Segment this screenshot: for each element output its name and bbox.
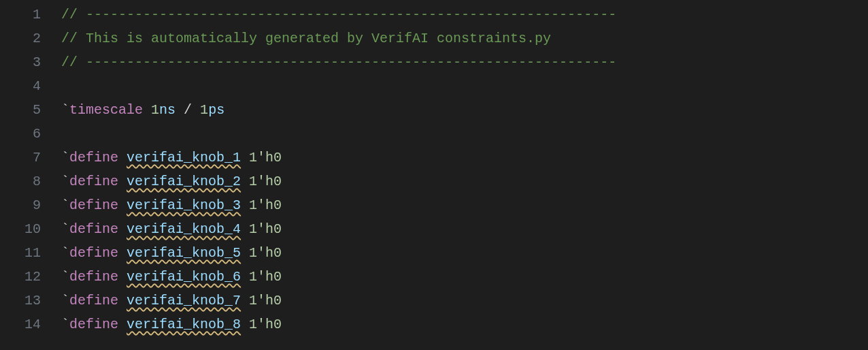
code-token: define	[69, 150, 118, 165]
code-token	[118, 150, 127, 165]
code-token: 1	[151, 102, 159, 118]
code-token: `	[61, 197, 69, 213]
code-line[interactable]: 2// This is automatically generated by V…	[0, 27, 868, 50]
code-content[interactable]: `define verifai_knob_6 1'h0	[61, 265, 868, 289]
code-token: verifai_knob_4	[127, 221, 241, 237]
code-token	[241, 269, 249, 285]
code-content[interactable]: `define verifai_knob_5 1'h0	[61, 241, 868, 265]
code-line[interactable]: 13`define verifai_knob_7 1'h0	[0, 289, 868, 313]
code-token: verifai_knob_2	[127, 174, 241, 189]
code-token: `	[61, 221, 69, 237]
code-content[interactable]: `define verifai_knob_2 1'h0	[61, 170, 868, 193]
code-content[interactable]: `timescale 1ns / 1ps	[61, 98, 868, 122]
code-content[interactable]: // -------------------------------------…	[61, 3, 868, 27]
code-token: `	[61, 150, 69, 165]
line-number: 10	[0, 217, 61, 241]
code-token: define	[69, 317, 118, 332]
code-token	[241, 221, 249, 237]
code-token: verifai_knob_3	[127, 197, 241, 213]
code-token	[118, 174, 127, 189]
code-token: define	[69, 174, 118, 189]
code-token	[241, 293, 249, 308]
code-token: 1'h0	[249, 293, 282, 308]
code-token: verifai_knob_8	[127, 317, 241, 332]
code-content[interactable]: `define verifai_knob_4 1'h0	[61, 217, 868, 241]
line-number: 14	[0, 313, 61, 336]
code-token: verifai_knob_5	[127, 245, 241, 261]
code-content[interactable]	[61, 74, 868, 98]
code-token	[118, 245, 127, 261]
code-line[interactable]: 7`define verifai_knob_1 1'h0	[0, 146, 868, 170]
code-token: 1'h0	[249, 197, 282, 213]
line-number: 5	[0, 98, 61, 122]
line-number: 12	[0, 265, 61, 289]
code-content[interactable]: `define verifai_knob_1 1'h0	[61, 146, 868, 170]
code-line[interactable]: 9`define verifai_knob_3 1'h0	[0, 193, 868, 217]
code-token	[118, 293, 127, 308]
code-token	[118, 197, 127, 213]
code-token: 1'h0	[249, 174, 282, 189]
code-content[interactable]: `define verifai_knob_8 1'h0	[61, 313, 868, 336]
line-number: 6	[0, 122, 61, 146]
code-token	[143, 102, 151, 118]
code-line[interactable]: 11`define verifai_knob_5 1'h0	[0, 241, 868, 265]
code-line[interactable]: 3// ------------------------------------…	[0, 50, 868, 74]
line-number: 1	[0, 3, 61, 27]
code-line[interactable]: 6	[0, 122, 868, 146]
line-number: 4	[0, 74, 61, 98]
code-token: define	[69, 293, 118, 308]
code-token: `	[61, 293, 69, 308]
line-number: 8	[0, 170, 61, 193]
code-token	[118, 221, 127, 237]
code-token: 1'h0	[249, 317, 282, 332]
code-token: `	[61, 102, 69, 118]
code-token: 1'h0	[249, 221, 282, 237]
code-line[interactable]: 5`timescale 1ns / 1ps	[0, 98, 868, 122]
line-number: 9	[0, 193, 61, 217]
code-line[interactable]: 12`define verifai_knob_6 1'h0	[0, 265, 868, 289]
code-token: define	[69, 197, 118, 213]
code-content[interactable]: // This is automatically generated by Ve…	[61, 27, 868, 50]
code-token: define	[69, 245, 118, 261]
code-content[interactable]: // -------------------------------------…	[61, 50, 868, 74]
line-number: 2	[0, 27, 61, 50]
code-line[interactable]: 10`define verifai_knob_4 1'h0	[0, 217, 868, 241]
code-token: /	[176, 102, 200, 118]
code-token: verifai_knob_6	[127, 269, 241, 285]
code-token	[118, 317, 127, 332]
code-content[interactable]	[61, 122, 868, 146]
code-token: verifai_knob_1	[127, 150, 241, 165]
code-token: `	[61, 317, 69, 332]
code-token	[118, 269, 127, 285]
code-token	[241, 317, 249, 332]
code-token	[241, 174, 249, 189]
code-token: 1	[200, 102, 208, 118]
code-token: 1'h0	[249, 245, 282, 261]
code-token: `	[61, 245, 69, 261]
line-number: 11	[0, 241, 61, 265]
code-token: // This is automatically generated by Ve…	[61, 31, 551, 46]
code-token	[241, 150, 249, 165]
code-token: `	[61, 174, 69, 189]
code-token: // -------------------------------------…	[61, 54, 616, 70]
code-line[interactable]: 8`define verifai_knob_2 1'h0	[0, 170, 868, 193]
code-content[interactable]: `define verifai_knob_7 1'h0	[61, 289, 868, 313]
code-editor[interactable]: 1// ------------------------------------…	[0, 0, 868, 336]
code-token: 1'h0	[249, 269, 282, 285]
code-token: `	[61, 269, 69, 285]
line-number: 13	[0, 289, 61, 313]
code-token	[241, 197, 249, 213]
code-line[interactable]: 1// ------------------------------------…	[0, 3, 868, 27]
code-token: verifai_knob_7	[127, 293, 241, 308]
code-token: ns	[159, 102, 176, 118]
code-line[interactable]: 14`define verifai_knob_8 1'h0	[0, 313, 868, 336]
line-number: 3	[0, 50, 61, 74]
code-token: // -------------------------------------…	[61, 7, 616, 22]
code-token: timescale	[69, 102, 143, 118]
code-token: 1'h0	[249, 150, 282, 165]
code-content[interactable]: `define verifai_knob_3 1'h0	[61, 193, 868, 217]
code-token: ps	[208, 102, 224, 118]
code-token: define	[69, 269, 118, 285]
code-line[interactable]: 4	[0, 74, 868, 98]
code-token	[241, 245, 249, 261]
